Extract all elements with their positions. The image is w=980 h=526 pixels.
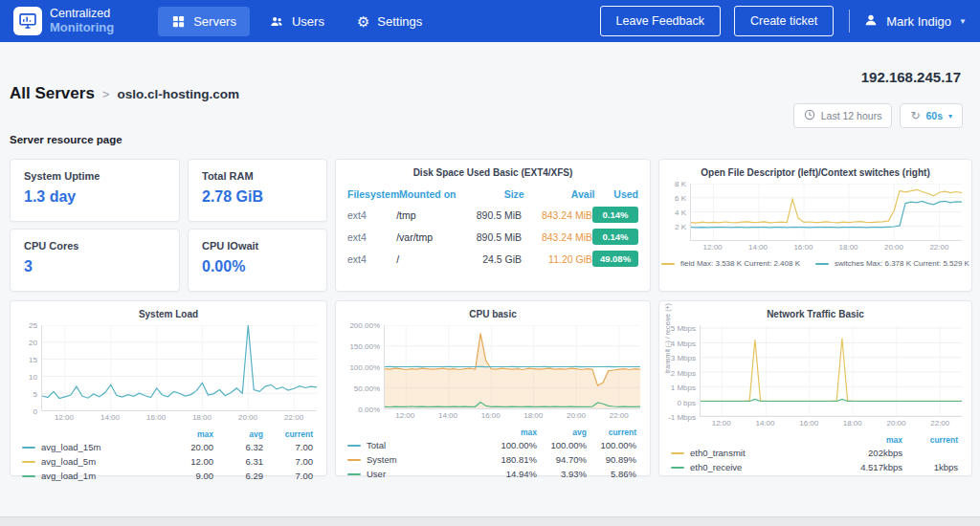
user-icon	[863, 12, 879, 31]
y-axis-labels: 5 Mbps4 Mbps3 Mbps2 Mbps1 Mbps0 bps-1 Mb…	[665, 325, 700, 417]
nav-item-users[interactable]: Users	[256, 7, 338, 36]
legend-max: 14.94%	[487, 469, 537, 479]
x-tick-label: 14:00	[438, 411, 457, 420]
x-tick-label: 18:00	[839, 243, 858, 252]
legend-row-eth0-receive: eth0_receive 4.517kbps 1kbps	[671, 460, 958, 474]
nav-item-label: Users	[292, 14, 324, 29]
x-tick-label: 14:00	[748, 243, 768, 252]
legend-swatch	[22, 475, 35, 477]
create-ticket-button[interactable]: Create ticket	[734, 6, 834, 36]
cell-mounted-on: /var/tmp	[396, 231, 465, 243]
x-tick-label: 12:00	[703, 243, 723, 252]
legend-current: 7.00	[263, 442, 313, 452]
legend-max: 4.517kbps	[847, 462, 902, 472]
legend-item-field[interactable]: field Max: 3.538 K Current: 2.408 K	[661, 259, 800, 268]
y-tick-label: 0.00%	[358, 405, 380, 414]
refresh-interval-button[interactable]: ↻ 60s ▾	[900, 103, 963, 128]
leave-feedback-button[interactable]: Leave Feedback	[600, 6, 721, 36]
legend-label: User	[367, 469, 386, 479]
brand-line1: Centralized	[50, 8, 114, 21]
x-tick-label: 20:00	[567, 411, 586, 420]
cell-used: 0.14%	[592, 207, 638, 223]
legend-avg: 6.31	[213, 456, 263, 467]
disk-table-header: Filesystem Mounted on Size Avail Used	[347, 184, 638, 204]
time-range-button[interactable]: Last 12 hours	[793, 103, 893, 128]
y-axis-labels: 200.00%150.00%100.00%50.00%0.00%	[342, 325, 384, 409]
legend-label: avg_load_1m	[41, 471, 96, 481]
legend-swatch	[815, 263, 829, 265]
y-tick-label: 0	[33, 407, 37, 416]
nav-item-servers[interactable]: Servers	[158, 7, 250, 36]
stat-value: 2.78 GiB	[202, 188, 313, 206]
y-tick-label: 2 Mbps	[671, 368, 696, 377]
chevron-down-icon: ▾	[948, 112, 952, 121]
cell-used: 0.14%	[592, 229, 638, 245]
y-tick-label: 6 K	[675, 194, 686, 203]
chart-title: Network Traffic Basic	[659, 301, 971, 323]
legend-swatch	[22, 447, 35, 449]
legend-max: 180.81%	[487, 454, 537, 465]
legend-text: switches Max: 6.378 K Current: 5.529 K	[835, 259, 969, 268]
refresh-icon: ↻	[910, 110, 920, 121]
y-tick-label: 100.00%	[349, 363, 380, 372]
table-row: ext4 /tmp 890.5 MiB 843.24 MiB 0.14%	[347, 204, 638, 226]
chart-legend: max avg current Total 100.00% 100.00% 10…	[336, 422, 650, 481]
legend-current: 1kbps	[902, 462, 958, 472]
x-tick-label: 20:00	[886, 419, 905, 427]
legend-col-current: current	[902, 435, 958, 445]
open-file-descriptor-chart[interactable]	[690, 184, 962, 241]
page-bottom-edge	[0, 516, 980, 526]
y-tick-label: 8 K	[675, 180, 686, 188]
open-file-descriptor-card: Open File Descriptor (left)/Context swit…	[658, 159, 972, 292]
users-icon	[269, 14, 284, 29]
y-tick-label: 4 Mbps	[671, 339, 696, 347]
x-tick-label: 18:00	[192, 413, 212, 422]
stat-card-cpu-cores: CPU Cores 3	[10, 229, 180, 292]
time-controls: Last 12 hours ↻ 60s ▾	[793, 103, 963, 128]
network-traffic-card: Network Traffic Basic transmit (-) / rec…	[658, 300, 972, 476]
nav-item-settings[interactable]: ⚙ Settings	[344, 7, 435, 36]
legend-avg: 6.29	[213, 471, 263, 481]
cpu-basic-chart[interactable]	[384, 325, 640, 409]
stat-title: CPU Cores	[24, 240, 166, 252]
x-tick-label: 22:00	[930, 419, 949, 427]
chart-legend: max avg current avg_load_15m 20.00 6.32 …	[11, 424, 326, 483]
legend-swatch	[347, 445, 361, 447]
y-tick-label: 5 Mbps	[671, 324, 696, 333]
servers-icon	[171, 14, 186, 29]
legend-row-avg-load-15m: avg_load_15m 20.00 6.32 7.00	[22, 440, 313, 454]
legend-swatch	[22, 461, 35, 463]
y-tick-label: 50.00%	[354, 384, 380, 393]
stat-title: Total RAM	[202, 170, 313, 182]
legend-swatch	[671, 452, 684, 454]
legend-row-eth0-transmit: eth0_transmit 202kbps	[671, 446, 958, 460]
stat-title: System Uptime	[24, 170, 166, 182]
legend-avg: 94.70%	[537, 454, 587, 465]
y-tick-label: 10	[29, 373, 37, 382]
legend-header-row: max avg current	[347, 426, 636, 438]
legend-avg: 3.93%	[537, 469, 587, 479]
stat-value: 0.00%	[202, 258, 313, 275]
user-menu[interactable]: Mark Indigo ▼	[863, 12, 967, 31]
legend-col-current: current	[263, 429, 313, 439]
app-logo[interactable]: Centralized Monitoring	[13, 7, 114, 35]
legend-item-switches[interactable]: switches Max: 6.378 K Current: 5.529 K	[815, 259, 969, 268]
x-tick-label: 14:00	[100, 413, 120, 422]
legend-text: field Max: 3.538 K Current: 2.408 K	[680, 259, 800, 268]
y-tick-label: 25	[29, 321, 37, 330]
brand-text: Centralized Monitoring	[50, 8, 114, 34]
legend-swatch	[347, 459, 361, 461]
system-load-chart[interactable]	[41, 325, 317, 411]
legend-max: 9.00	[164, 471, 213, 481]
breadcrumb-current-server: oslo.cl-hosting.com	[117, 87, 239, 101]
table-row: ext4 / 24.5 GiB 11.20 GiB 49.08%	[347, 248, 638, 270]
x-tick-label: 22:00	[284, 413, 303, 422]
breadcrumb-all-servers[interactable]: All Servers	[10, 84, 95, 103]
network-traffic-chart[interactable]	[700, 325, 962, 417]
y-tick-label: 1 Mbps	[671, 384, 696, 392]
stat-value: 3	[24, 258, 166, 275]
y-tick-label: 5	[33, 390, 37, 399]
stat-card-uptime: System Uptime 1.3 day	[10, 159, 180, 222]
legend-avg: 6.32	[213, 442, 263, 452]
x-tick-label: 16:00	[146, 413, 166, 422]
